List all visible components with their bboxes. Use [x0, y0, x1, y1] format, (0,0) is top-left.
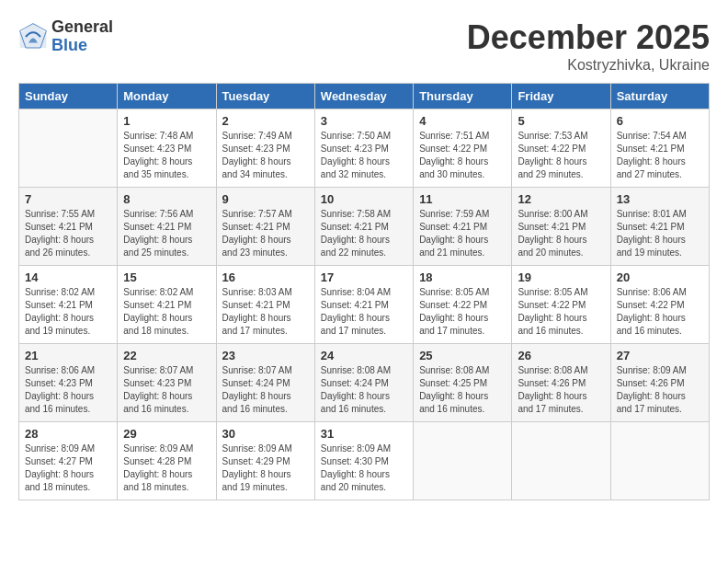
day-number: 30 — [222, 427, 309, 441]
day-number: 4 — [419, 114, 506, 128]
calendar-cell: 24Sunrise: 8:08 AMSunset: 4:24 PMDayligh… — [314, 344, 413, 422]
day-number: 17 — [321, 270, 407, 284]
weekday-row: SundayMondayTuesdayWednesdayThursdayFrid… — [19, 84, 710, 109]
calendar-cell: 20Sunrise: 8:06 AMSunset: 4:22 PMDayligh… — [610, 266, 709, 344]
calendar-cell: 10Sunrise: 7:58 AMSunset: 4:21 PMDayligh… — [314, 188, 413, 266]
day-number: 3 — [321, 114, 407, 128]
calendar-cell: 8Sunrise: 7:56 AMSunset: 4:21 PMDaylight… — [118, 188, 216, 266]
calendar-cell: 2Sunrise: 7:49 AMSunset: 4:23 PMDaylight… — [216, 109, 314, 188]
page-header: General Blue December 2025 Kostryzhivka,… — [18, 18, 710, 74]
svg-marker-0 — [20, 23, 47, 47]
day-number: 7 — [25, 192, 111, 206]
weekday-header: Wednesday — [314, 84, 413, 109]
calendar-cell — [610, 422, 709, 500]
day-info: Sunrise: 8:05 AMSunset: 4:22 PMDaylight:… — [419, 286, 506, 338]
weekday-header: Tuesday — [216, 84, 314, 109]
logo-general-text: General — [51, 17, 113, 36]
calendar-cell: 31Sunrise: 8:09 AMSunset: 4:30 PMDayligh… — [314, 422, 413, 500]
day-info: Sunrise: 7:50 AMSunset: 4:23 PMDaylight:… — [321, 130, 407, 181]
weekday-header: Sunday — [19, 84, 118, 109]
calendar-cell: 18Sunrise: 8:05 AMSunset: 4:22 PMDayligh… — [414, 266, 512, 344]
calendar-cell: 29Sunrise: 8:09 AMSunset: 4:28 PMDayligh… — [118, 422, 216, 500]
calendar-cell: 12Sunrise: 8:00 AMSunset: 4:21 PMDayligh… — [512, 188, 610, 266]
calendar-cell: 19Sunrise: 8:05 AMSunset: 4:22 PMDayligh… — [512, 266, 610, 344]
calendar-cell: 11Sunrise: 7:59 AMSunset: 4:21 PMDayligh… — [414, 188, 512, 266]
calendar-cell: 9Sunrise: 7:57 AMSunset: 4:21 PMDaylight… — [216, 188, 314, 266]
calendar-cell: 28Sunrise: 8:09 AMSunset: 4:27 PMDayligh… — [19, 422, 118, 500]
calendar-cell: 26Sunrise: 8:08 AMSunset: 4:26 PMDayligh… — [512, 344, 610, 422]
calendar-cell: 1Sunrise: 7:48 AMSunset: 4:23 PMDaylight… — [118, 109, 216, 188]
calendar-cell: 25Sunrise: 8:08 AMSunset: 4:25 PMDayligh… — [414, 344, 512, 422]
day-info: Sunrise: 7:55 AMSunset: 4:21 PMDaylight:… — [25, 208, 111, 259]
day-number: 11 — [419, 192, 506, 206]
day-info: Sunrise: 7:58 AMSunset: 4:21 PMDaylight:… — [321, 208, 407, 259]
calendar-cell: 16Sunrise: 8:03 AMSunset: 4:21 PMDayligh… — [216, 266, 314, 344]
calendar-cell: 30Sunrise: 8:09 AMSunset: 4:29 PMDayligh… — [216, 422, 314, 500]
weekday-header: Monday — [118, 84, 216, 109]
calendar-cell: 5Sunrise: 7:53 AMSunset: 4:22 PMDaylight… — [512, 109, 610, 188]
day-number: 22 — [123, 349, 210, 362]
day-number: 28 — [25, 427, 111, 441]
calendar-cell: 7Sunrise: 7:55 AMSunset: 4:21 PMDaylight… — [19, 188, 118, 266]
day-number: 25 — [419, 349, 506, 362]
title-block: December 2025 Kostryzhivka, Ukraine — [467, 18, 710, 74]
calendar-cell — [512, 422, 610, 500]
day-info: Sunrise: 8:09 AMSunset: 4:28 PMDaylight:… — [123, 442, 210, 494]
calendar-cell: 4Sunrise: 7:51 AMSunset: 4:22 PMDaylight… — [414, 109, 512, 188]
day-number: 31 — [321, 427, 407, 441]
calendar-week-row: 21Sunrise: 8:06 AMSunset: 4:23 PMDayligh… — [19, 344, 710, 422]
day-number: 13 — [617, 192, 703, 206]
weekday-header: Saturday — [610, 84, 709, 109]
calendar-header: SundayMondayTuesdayWednesdayThursdayFrid… — [19, 84, 710, 109]
day-number: 19 — [518, 270, 604, 284]
calendar-cell: 22Sunrise: 8:07 AMSunset: 4:23 PMDayligh… — [118, 344, 216, 422]
day-info: Sunrise: 8:04 AMSunset: 4:21 PMDaylight:… — [321, 286, 407, 338]
day-info: Sunrise: 8:02 AMSunset: 4:21 PMDaylight:… — [25, 286, 111, 338]
day-number: 5 — [518, 114, 604, 128]
day-number: 18 — [419, 270, 506, 284]
calendar-week-row: 28Sunrise: 8:09 AMSunset: 4:27 PMDayligh… — [19, 422, 710, 500]
day-info: Sunrise: 8:06 AMSunset: 4:22 PMDaylight:… — [617, 286, 703, 338]
day-info: Sunrise: 8:02 AMSunset: 4:21 PMDaylight:… — [123, 286, 210, 338]
day-info: Sunrise: 7:51 AMSunset: 4:22 PMDaylight:… — [419, 130, 506, 181]
day-info: Sunrise: 8:09 AMSunset: 4:27 PMDaylight:… — [25, 442, 111, 494]
day-info: Sunrise: 8:08 AMSunset: 4:24 PMDaylight:… — [321, 364, 407, 416]
day-info: Sunrise: 7:59 AMSunset: 4:21 PMDaylight:… — [419, 208, 506, 259]
day-info: Sunrise: 8:07 AMSunset: 4:24 PMDaylight:… — [222, 364, 309, 416]
location-subtitle: Kostryzhivka, Ukraine — [467, 57, 710, 74]
calendar-cell: 3Sunrise: 7:50 AMSunset: 4:23 PMDaylight… — [314, 109, 413, 188]
day-number: 29 — [123, 427, 210, 441]
day-info: Sunrise: 8:07 AMSunset: 4:23 PMDaylight:… — [123, 364, 210, 416]
day-info: Sunrise: 8:09 AMSunset: 4:26 PMDaylight:… — [617, 364, 703, 416]
logo-blue-text: Blue — [51, 36, 87, 54]
day-info: Sunrise: 7:48 AMSunset: 4:23 PMDaylight:… — [123, 130, 210, 181]
logo-icon — [18, 22, 48, 52]
day-number: 9 — [222, 192, 309, 206]
calendar-body: 1Sunrise: 7:48 AMSunset: 4:23 PMDaylight… — [19, 109, 710, 500]
calendar-table: SundayMondayTuesdayWednesdayThursdayFrid… — [18, 83, 710, 500]
calendar-cell: 17Sunrise: 8:04 AMSunset: 4:21 PMDayligh… — [314, 266, 413, 344]
calendar-cell: 14Sunrise: 8:02 AMSunset: 4:21 PMDayligh… — [19, 266, 118, 344]
day-info: Sunrise: 8:00 AMSunset: 4:21 PMDaylight:… — [518, 208, 604, 259]
day-number: 21 — [25, 349, 111, 362]
day-number: 6 — [617, 114, 703, 128]
day-number: 24 — [321, 349, 407, 362]
day-info: Sunrise: 7:49 AMSunset: 4:23 PMDaylight:… — [222, 130, 309, 181]
calendar-week-row: 7Sunrise: 7:55 AMSunset: 4:21 PMDaylight… — [19, 188, 710, 266]
calendar-cell — [414, 422, 512, 500]
weekday-header: Friday — [512, 84, 610, 109]
day-info: Sunrise: 7:53 AMSunset: 4:22 PMDaylight:… — [518, 130, 604, 181]
day-number: 8 — [123, 192, 210, 206]
calendar-cell: 15Sunrise: 8:02 AMSunset: 4:21 PMDayligh… — [118, 266, 216, 344]
calendar-cell: 13Sunrise: 8:01 AMSunset: 4:21 PMDayligh… — [610, 188, 709, 266]
day-info: Sunrise: 7:57 AMSunset: 4:21 PMDaylight:… — [222, 208, 309, 259]
logo: General Blue — [18, 18, 113, 55]
month-title: December 2025 — [467, 18, 710, 57]
calendar-cell: 6Sunrise: 7:54 AMSunset: 4:21 PMDaylight… — [610, 109, 709, 188]
day-number: 14 — [25, 270, 111, 284]
calendar-week-row: 14Sunrise: 8:02 AMSunset: 4:21 PMDayligh… — [19, 266, 710, 344]
day-number: 27 — [617, 349, 703, 362]
day-info: Sunrise: 7:56 AMSunset: 4:21 PMDaylight:… — [123, 208, 210, 259]
day-info: Sunrise: 8:08 AMSunset: 4:26 PMDaylight:… — [518, 364, 604, 416]
day-number: 2 — [222, 114, 309, 128]
